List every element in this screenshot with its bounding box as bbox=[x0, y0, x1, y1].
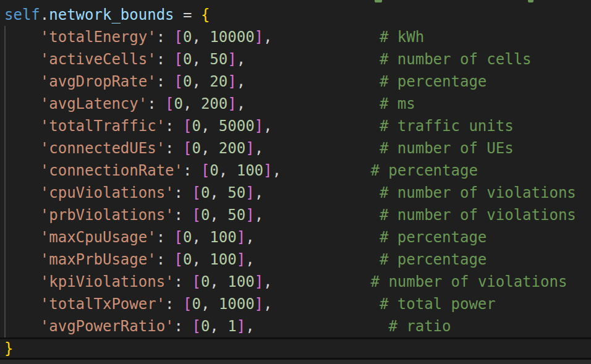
code-line-avgLatency[interactable]: 'avgLatency': [0, 200], # ms bbox=[4, 93, 576, 115]
code-line-avgDropRate[interactable]: 'avgDropRate': [0, 20], # percentage bbox=[4, 70, 576, 93]
token-default bbox=[4, 295, 40, 313]
token-default bbox=[4, 251, 40, 268]
token-default: : bbox=[165, 295, 174, 313]
token-bracket: [ bbox=[174, 73, 183, 90]
token-number: 200 bbox=[201, 95, 227, 112]
token-default bbox=[4, 162, 40, 179]
token-default: , bbox=[255, 140, 263, 157]
token-bracket: ] bbox=[227, 51, 236, 68]
token-default: , bbox=[210, 206, 218, 224]
token-number: 1 bbox=[227, 318, 236, 335]
token-number: 100 bbox=[237, 162, 263, 179]
token-number: 0 bbox=[192, 117, 200, 135]
token-bracket: [ bbox=[183, 117, 192, 135]
token-number: 0 bbox=[183, 28, 192, 46]
token-default: , bbox=[237, 51, 245, 68]
code-line-kpiViolations[interactable]: 'kpiViolations': [0, 100], # number of v… bbox=[4, 271, 576, 293]
token-variable: network_bounds bbox=[49, 6, 174, 23]
token-default bbox=[183, 206, 192, 224]
token-number: 100 bbox=[210, 229, 236, 246]
token-bracket: ] bbox=[255, 117, 263, 135]
token-default bbox=[4, 117, 40, 135]
token-default: , bbox=[255, 206, 263, 224]
token-comment: # total power bbox=[380, 295, 496, 313]
token-default: , bbox=[201, 140, 210, 157]
code-line-connectionRate[interactable]: 'connectionRate': [0, 100], # percentage bbox=[4, 159, 576, 182]
token-default bbox=[4, 28, 40, 46]
token-default bbox=[183, 184, 192, 201]
token-default bbox=[219, 184, 227, 201]
token-default: : bbox=[156, 51, 165, 68]
token-number: 0 bbox=[192, 140, 200, 157]
token-default bbox=[210, 140, 218, 157]
token-default bbox=[156, 95, 165, 112]
token-bracket: ] bbox=[227, 73, 236, 90]
token-string: 'maxCpuUsage' bbox=[40, 229, 156, 246]
token-bracket: ] bbox=[237, 251, 245, 268]
code-editor[interactable]: self.network_bounds = { 'totalEnergy': [… bbox=[0, 0, 591, 364]
token-number: 100 bbox=[227, 273, 254, 290]
token-number: 50 bbox=[227, 206, 245, 224]
token-string: 'activeCells' bbox=[40, 51, 156, 68]
token-default bbox=[210, 117, 218, 135]
code-line-activeCells[interactable]: 'activeCells': [0, 50], # number of cell… bbox=[4, 48, 576, 70]
token-bracket: [ bbox=[174, 229, 183, 246]
token-default: , bbox=[192, 51, 200, 68]
code-line-avgPowerRatio[interactable]: 'avgPowerRatio': [0, 1], # ratio bbox=[4, 315, 576, 337]
token-default bbox=[192, 6, 200, 23]
token-comment: # percentage bbox=[380, 73, 487, 90]
token-default bbox=[165, 28, 174, 46]
code-line-maxCpuUsage[interactable]: 'maxCpuUsage': [0, 100], # percentage bbox=[4, 226, 576, 248]
token-default: , bbox=[192, 251, 200, 268]
token-bracket: [ bbox=[174, 28, 183, 46]
token-default bbox=[263, 140, 380, 157]
token-default bbox=[281, 162, 371, 179]
code-line-connectedUEs[interactable]: 'connectedUEs': [0, 200], # number of UE… bbox=[4, 137, 576, 159]
token-default bbox=[174, 295, 183, 313]
token-string: 'avgLatency' bbox=[40, 95, 147, 112]
token-bracket: [ bbox=[192, 318, 200, 335]
token-default bbox=[201, 51, 210, 68]
token-default: , bbox=[263, 28, 272, 46]
token-default bbox=[273, 273, 371, 290]
code-line-close[interactable]: } bbox=[4, 337, 576, 360]
token-default: , bbox=[263, 117, 272, 135]
code-line-totalTxPower[interactable]: 'totalTxPower': [0, 1000], # total power bbox=[4, 293, 576, 315]
token-default: , bbox=[210, 273, 218, 290]
token-default: , bbox=[210, 318, 218, 335]
token-default bbox=[219, 318, 227, 335]
code-line-maxPrbUsage[interactable]: 'maxPrbUsage': [0, 100], # percentage bbox=[4, 248, 576, 271]
code-line-cpuViolations[interactable]: 'cpuViolations': [0, 50], # number of vi… bbox=[4, 182, 576, 204]
token-default: : bbox=[174, 184, 183, 201]
token-default bbox=[255, 318, 389, 335]
token-default bbox=[4, 273, 40, 290]
token-comment: # percentage bbox=[380, 251, 487, 268]
token-default bbox=[201, 251, 210, 268]
token-default: , bbox=[245, 318, 254, 335]
code-line-prbViolations[interactable]: 'prbViolations': [0, 50], # number of vi… bbox=[4, 204, 576, 226]
token-default bbox=[263, 206, 380, 224]
token-comment: # number of violations bbox=[380, 206, 576, 224]
token-default: : bbox=[156, 229, 165, 246]
token-default bbox=[4, 184, 40, 201]
token-bracket: ] bbox=[227, 95, 236, 112]
token-default bbox=[201, 73, 210, 90]
token-number: 200 bbox=[219, 140, 245, 157]
token-default: : bbox=[183, 162, 192, 179]
token-default bbox=[245, 73, 380, 90]
code-line-totalEnergy[interactable]: 'totalEnergy': [0, 10000], # kWh bbox=[4, 26, 576, 48]
token-default bbox=[165, 73, 174, 90]
token-default: , bbox=[263, 273, 272, 290]
code-line-open[interactable]: self.network_bounds = { bbox=[4, 4, 576, 26]
token-comment: # ms bbox=[380, 95, 415, 112]
token-bracket: ] bbox=[237, 318, 245, 335]
code-line-totalTraffic[interactable]: 'totalTraffic': [0, 5000], # traffic uni… bbox=[4, 115, 576, 137]
token-brace: { bbox=[201, 6, 210, 23]
token-default bbox=[4, 95, 40, 112]
token-default: , bbox=[237, 95, 245, 112]
token-default: : bbox=[156, 28, 165, 46]
token-bracket: ] bbox=[263, 162, 272, 179]
token-comment: # percentage bbox=[380, 229, 487, 246]
token-default: : bbox=[174, 206, 183, 224]
token-bracket: ] bbox=[245, 206, 254, 224]
